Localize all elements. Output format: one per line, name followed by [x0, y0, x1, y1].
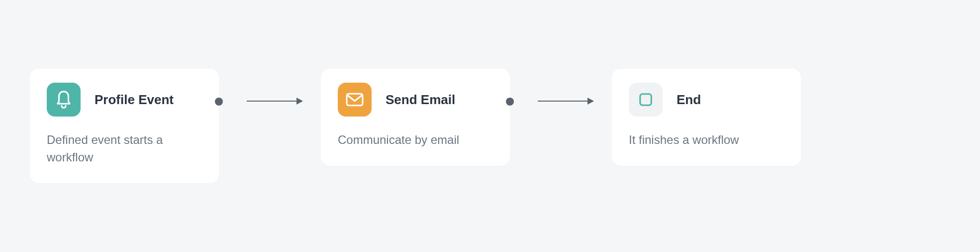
- svg-rect-1: [640, 94, 652, 106]
- workflow-node-profile-event[interactable]: Profile Event Defined event starts a wor…: [30, 69, 219, 183]
- bell-icon: [47, 83, 81, 117]
- workflow-node-end[interactable]: End It finishes a workflow: [612, 69, 801, 166]
- connector-arrow: [510, 69, 612, 133]
- square-icon: [629, 83, 663, 117]
- node-description: Communicate by email: [338, 131, 493, 149]
- node-header: End: [629, 83, 784, 117]
- connector-arrow: [219, 69, 321, 133]
- node-title: End: [677, 92, 701, 108]
- node-header: Send Email: [338, 83, 493, 117]
- node-description: Defined event starts a workflow: [47, 131, 202, 166]
- node-header: Profile Event: [47, 83, 202, 117]
- node-title: Send Email: [386, 92, 455, 108]
- mail-icon: [338, 83, 372, 117]
- node-title: Profile Event: [95, 92, 174, 108]
- svg-rect-0: [347, 94, 363, 106]
- workflow-node-send-email[interactable]: Send Email Communicate by email: [321, 69, 510, 166]
- workflow-diagram: Profile Event Defined event starts a wor…: [30, 69, 801, 183]
- node-description: It finishes a workflow: [629, 131, 784, 149]
